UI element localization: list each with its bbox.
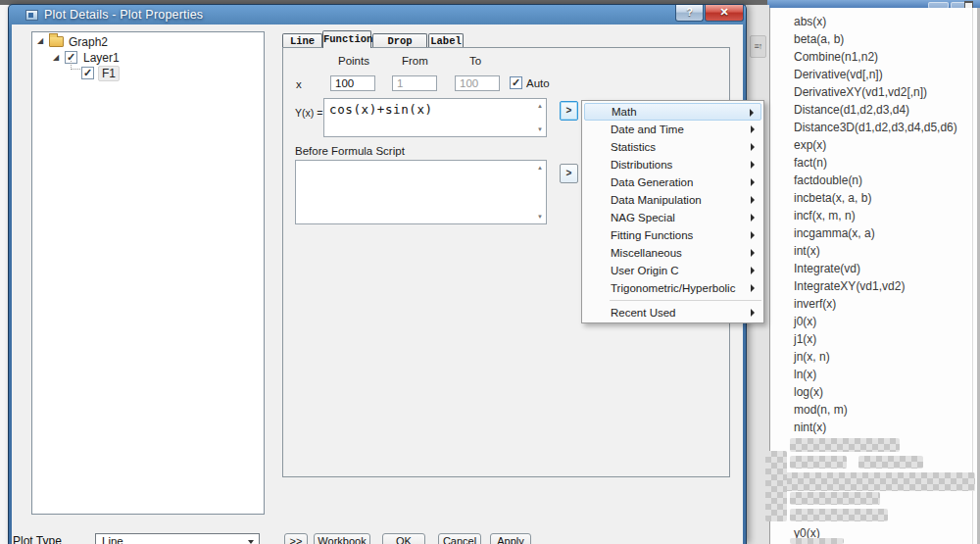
dialog-icon — [25, 10, 38, 21]
menu-item-label: Trigonometric/Hyperbolic — [611, 282, 735, 294]
function-list-item[interactable]: Distance(d1,d2,d3,d4) — [794, 101, 972, 119]
function-list-item[interactable]: inverf(x) — [794, 295, 972, 313]
menu-item-label: Data Manipulation — [611, 194, 702, 206]
menu-item-user-origin-c[interactable]: User Origin C — [584, 262, 761, 279]
scroll-up-icon[interactable]: ▲ — [537, 103, 543, 109]
tab-function[interactable]: Function — [322, 30, 371, 48]
menu-item-data-generation[interactable]: Data Generation — [584, 173, 761, 191]
formula-text: cos(x)+sin(x) — [329, 102, 433, 117]
submenu-arrow-icon — [751, 143, 755, 151]
function-list-item[interactable]: int(x) — [794, 242, 972, 260]
formula-input[interactable]: cos(x)+sin(x) ▲ ▼ — [323, 98, 547, 137]
points-input[interactable] — [330, 75, 375, 91]
censored-row — [794, 471, 972, 489]
screen: ≡↑ abs(x) beta(a, b) Combine(n1,n2) Deri… — [0, 0, 980, 544]
function-list-item[interactable]: IntegrateXY(vd1,vd2) — [794, 277, 972, 295]
folder-icon — [49, 36, 64, 47]
censored-row — [794, 507, 972, 524]
points-column-label: Points — [338, 55, 369, 67]
ok-button[interactable]: OK — [382, 533, 425, 544]
tree-connector — [71, 61, 80, 70]
scroll-up-icon[interactable]: ▲ — [537, 165, 543, 171]
scroll-down-icon[interactable]: ▼ — [537, 126, 543, 132]
apply-button[interactable]: Apply — [490, 533, 531, 544]
function-list: abs(x) beta(a, b) Combine(n1,n2) Derivat… — [794, 13, 972, 542]
before-formula-script-label: Before Formula Script — [295, 145, 405, 157]
help-button[interactable]: ? — [675, 5, 704, 22]
from-input[interactable] — [392, 75, 437, 91]
function-list-item[interactable]: log(x) — [794, 383, 972, 401]
menu-item-label: Miscellaneous — [611, 247, 682, 259]
submenu-arrow-icon — [751, 231, 755, 239]
menu-item-fitting-functions[interactable]: Fitting Functions — [584, 226, 761, 244]
menu-item-recent-used[interactable]: Recent Used — [584, 304, 761, 321]
function-list-item[interactable]: exp(x) — [794, 136, 972, 154]
tree-item-layer1[interactable]: Layer1 — [83, 51, 120, 65]
tab-line[interactable]: Line — [282, 33, 322, 48]
plot-type-label: Plot Type — [13, 534, 62, 544]
menu-item-label: Recent Used — [611, 307, 675, 319]
function-list-item[interactable]: fact(n) — [794, 154, 972, 172]
submenu-arrow-icon — [751, 249, 755, 257]
more-button[interactable]: >> — [284, 533, 308, 544]
censored-row — [794, 436, 972, 454]
menu-item-trigonometric-hyperbolic[interactable]: Trigonometric/Hyperbolic — [584, 279, 761, 297]
menu-item-data-manipulation[interactable]: Data Manipulation — [584, 191, 761, 209]
function-list-item[interactable]: jn(x, n) — [794, 348, 972, 366]
function-list-item[interactable]: Combine(n1,n2) — [794, 48, 972, 66]
auto-checkbox[interactable]: ✓ — [510, 76, 522, 89]
function-list-item[interactable]: nint(x) — [794, 419, 972, 436]
function-list-item[interactable]: j0(x) — [794, 313, 972, 330]
script-menu-button[interactable]: > — [560, 164, 578, 183]
tree-item-f1[interactable]: F1 — [98, 66, 120, 81]
scroll-down-icon[interactable]: ▼ — [537, 214, 543, 220]
function-list-item[interactable]: Derivative(vd[,n]) — [794, 66, 972, 83]
function-list-item[interactable]: incf(x, m, n) — [794, 207, 972, 224]
menu-item-miscellaneous[interactable]: Miscellaneous — [584, 244, 761, 262]
submenu-arrow-icon — [751, 214, 755, 222]
plot-tree-panel — [31, 31, 265, 515]
menu-item-label: Statistics — [611, 141, 656, 153]
from-column-label: From — [402, 55, 428, 67]
menu-item-label: Distributions — [611, 159, 672, 171]
tree-item-graph2[interactable]: Graph2 — [69, 35, 108, 49]
function-list-item[interactable]: incgamma(x, a) — [794, 224, 972, 242]
function-list-item[interactable]: Distance3D(d1,d2,d3,d4,d5,d6) — [794, 119, 972, 136]
menu-item-statistics[interactable]: Statistics — [584, 138, 761, 156]
function-list-item[interactable]: mod(n, m) — [794, 401, 972, 419]
menu-item-date-and-time[interactable]: Date and Time — [584, 121, 761, 138]
function-list-item[interactable]: ln(x) — [794, 366, 972, 383]
menu-item-label: Date and Time — [611, 124, 684, 135]
auto-label: Auto — [526, 77, 550, 89]
plot-type-dropdown[interactable]: Line — [95, 533, 260, 544]
function-list-item[interactable]: j1(x) — [794, 330, 972, 348]
formula-menu-button[interactable]: > — [560, 101, 578, 121]
function-list-item[interactable]: incbeta(x, a, b) — [794, 189, 972, 207]
function-category-menu: Math Date and Time Statistics Distributi… — [581, 100, 764, 323]
panel-divider — [972, 8, 973, 544]
submenu-arrow-icon — [751, 125, 755, 133]
close-button[interactable]: ✕ — [705, 5, 744, 22]
to-input[interactable] — [455, 75, 500, 91]
to-column-label: To — [469, 55, 481, 67]
submenu-arrow-icon — [751, 178, 755, 186]
function-list-item[interactable]: abs(x) — [794, 13, 972, 30]
cancel-button[interactable]: Cancel — [438, 533, 481, 544]
menu-item-math[interactable]: Math — [584, 103, 761, 121]
function-list-item[interactable]: beta(a, b) — [794, 30, 972, 48]
sort-icon[interactable]: ≡↑ — [750, 35, 766, 58]
expander-icon[interactable]: ◢ — [37, 37, 43, 45]
before-formula-script-input[interactable]: ▲ ▼ — [295, 160, 547, 224]
tab-label[interactable]: Label — [428, 33, 464, 48]
workbook-button[interactable]: Workbook — [314, 533, 370, 544]
function-list-item[interactable]: Integrate(vd) — [794, 260, 972, 277]
plot-type-value: Line — [102, 535, 123, 544]
function-list-item[interactable]: DerivativeXY(vd1,vd2[,n]) — [794, 83, 972, 101]
censored-row — [794, 489, 972, 507]
tab-drop-lines[interactable]: Drop Lines — [372, 33, 427, 48]
f1-checkbox[interactable]: ✓ — [81, 67, 94, 79]
expander-icon[interactable]: ◢ — [53, 54, 59, 62]
function-list-item[interactable]: factdouble(n) — [794, 172, 972, 189]
menu-item-distributions[interactable]: Distributions — [584, 156, 761, 173]
menu-item-nag-special[interactable]: NAG Special — [584, 209, 761, 226]
